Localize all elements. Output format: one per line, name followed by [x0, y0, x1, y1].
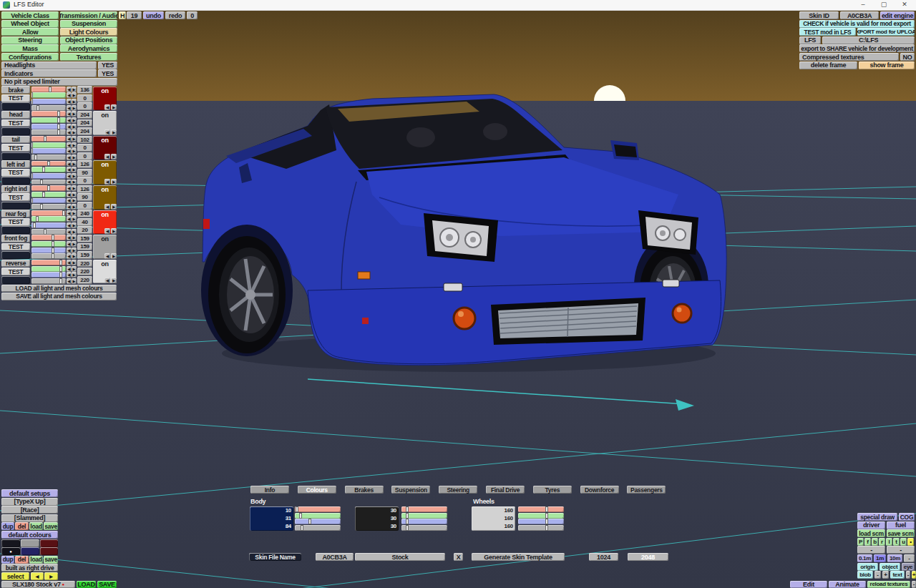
light-front-fog-value-g[interactable]: 159: [77, 243, 92, 251]
light-tail-swatch-dec[interactable]: ◀: [104, 154, 110, 160]
menu-object-positions[interactable]: Object Positions: [60, 36, 117, 44]
light-tail-dec-3[interactable]: ◀: [67, 155, 72, 160]
light-left-ind-dec-0[interactable]: ◀: [67, 161, 72, 167]
light-head-value-b[interactable]: 204: [77, 127, 92, 135]
light-reverse-slider-3[interactable]: [31, 278, 66, 284]
light-left-ind-slider-3[interactable]: [31, 180, 66, 185]
menu-steering[interactable]: Steering: [1, 36, 59, 44]
light-head-slider-2[interactable]: [31, 124, 66, 129]
light-reverse-swatch-dec[interactable]: ◀: [104, 278, 110, 283]
scale-10m-button[interactable]: 10m: [887, 554, 902, 562]
light-front-fog-slider-2[interactable]: [31, 248, 66, 253]
light-front-fog-slider-3-handle[interactable]: [52, 253, 54, 259]
load-button[interactable]: LOAD: [77, 581, 96, 588]
light-brake-slider-0-handle[interactable]: [49, 87, 52, 92]
toolbar-count[interactable]: 19: [127, 11, 142, 19]
lfs-path[interactable]: C:\LFS: [822, 36, 915, 44]
light-left-ind-dec-2[interactable]: ◀: [67, 173, 72, 179]
light-right-ind-on-state[interactable]: on: [93, 186, 117, 193]
status-minus-button[interactable]: -: [912, 581, 916, 588]
default-colour-swatch-0-1[interactable]: [21, 539, 39, 547]
light-tail-value-b[interactable]: 0: [77, 152, 92, 160]
setup-preset-race[interactable]: [Race]: [1, 506, 58, 514]
light-left-ind-value-g[interactable]: 90: [77, 169, 92, 177]
skin-id-button[interactable]: A0CB3A: [316, 553, 354, 561]
light-head-swatch-dec[interactable]: ◀: [104, 129, 110, 135]
colour-group-1-slider-1-handle[interactable]: [406, 513, 409, 519]
light-brake-dec-2[interactable]: ◀: [67, 99, 72, 104]
light-brake-value-r[interactable]: 136: [77, 86, 92, 94]
light-brake-inc-2[interactable]: ▶: [72, 99, 77, 104]
scale-01m-button[interactable]: 0.1m: [857, 554, 872, 562]
colour-group-0-slider-1-handle[interactable]: [299, 513, 302, 519]
setup-dup-button[interactable]: dup: [1, 522, 14, 530]
light-reverse-inc-3[interactable]: ▶: [72, 278, 77, 284]
light-head-dec-3[interactable]: ◀: [67, 129, 72, 135]
light-reverse-value-g[interactable]: 220: [77, 268, 92, 275]
menu-vehicle-class[interactable]: Vehicle Class: [1, 11, 59, 19]
light-reverse-test-button[interactable]: TEST: [1, 268, 30, 275]
dash-button-2[interactable]: -: [887, 546, 915, 554]
headlights-label[interactable]: Headlights: [1, 62, 97, 69]
select-button[interactable]: select: [1, 572, 29, 580]
draw-toggle-dot[interactable]: •: [907, 538, 914, 546]
colour-group-2-slider-1-handle[interactable]: [545, 513, 548, 519]
colour-group-2-slider-2[interactable]: [518, 519, 564, 524]
light-front-fog-value-r[interactable]: 159: [77, 235, 92, 242]
light-right-ind-slider-0[interactable]: [31, 185, 66, 191]
dash-button-1[interactable]: -: [857, 546, 885, 554]
pit-speed-limiter-label[interactable]: No pit speed limiter: [1, 78, 117, 86]
light-front-fog-dec-1[interactable]: ◀: [67, 241, 72, 247]
menu-configurations[interactable]: Configurations: [1, 53, 59, 61]
light-left-ind-swatch-inc[interactable]: ▶: [111, 179, 117, 185]
colour-group-1-slider-2-handle[interactable]: [406, 519, 409, 524]
share-export-button[interactable]: export to SHARE vehicle for development: [799, 44, 915, 52]
light-tail-inc-0[interactable]: ▶: [72, 136, 77, 142]
light-tail-slider-3-handle[interactable]: [34, 155, 37, 160]
light-tail-dec-1[interactable]: ◀: [67, 142, 72, 148]
colour-group-1-slider-0[interactable]: [401, 506, 447, 512]
toolbar-h[interactable]: H: [119, 11, 126, 19]
light-tail-swatch-inc[interactable]: ▶: [111, 154, 117, 160]
light-left-ind-mesh-swatch[interactable]: [1, 177, 30, 185]
default-colour-swatch-1-0[interactable]: ●: [1, 547, 20, 555]
light-tail-slider-0-handle[interactable]: [44, 136, 47, 142]
light-right-ind-slider-1[interactable]: [31, 192, 66, 197]
light-brake-slider-0[interactable]: [31, 87, 66, 92]
light-rear-fog-inc-0[interactable]: ▶: [72, 210, 77, 216]
light-right-ind-swatch-inc[interactable]: ▶: [111, 204, 117, 210]
light-tail-value-g[interactable]: 0: [77, 144, 92, 152]
skin-id-label[interactable]: Skin ID: [799, 11, 839, 19]
colour-group-1-slider-3[interactable]: [401, 525, 447, 531]
light-left-ind-dec-1[interactable]: ◀: [67, 167, 72, 172]
light-tail-on-state[interactable]: on: [93, 137, 117, 144]
light-head-dec-1[interactable]: ◀: [67, 117, 72, 123]
menu-textures[interactable]: Textures: [60, 53, 117, 61]
setup-save-button[interactable]: save: [44, 522, 58, 530]
delete-frame-button[interactable]: delete frame: [799, 62, 857, 69]
colour-group-0-value-1[interactable]: 31: [250, 514, 291, 522]
light-right-ind-mesh-swatch[interactable]: [1, 202, 30, 210]
light-brake-inc-0[interactable]: ▶: [72, 87, 77, 92]
tab-final-drive[interactable]: Final Drive: [486, 486, 525, 494]
light-brake-inc-1[interactable]: ▶: [72, 92, 77, 98]
skin-name-button[interactable]: Stock: [355, 553, 445, 561]
light-tail-inc-3[interactable]: ▶: [72, 155, 77, 160]
colour-del-button[interactable]: del: [15, 556, 29, 564]
colour-group-1-value-2[interactable]: 30: [355, 522, 396, 530]
blob-plus-button[interactable]: +: [882, 571, 889, 579]
colour-group-0-value-2[interactable]: 84: [250, 522, 291, 530]
colour-group-0-slider-0-handle[interactable]: [296, 506, 298, 512]
light-head-value-r[interactable]: 204: [77, 111, 92, 119]
undo-button[interactable]: undo: [143, 11, 164, 19]
light-front-fog-label[interactable]: front fog: [1, 235, 30, 242]
tab-downforce[interactable]: Downforce: [580, 486, 619, 494]
light-reverse-dec-2[interactable]: ◀: [67, 272, 72, 278]
default-colour-swatch-0-0[interactable]: [1, 539, 20, 547]
close-button[interactable]: ✕: [895, 0, 915, 9]
default-colour-swatch-1-2[interactable]: [40, 547, 58, 555]
skin-id-value[interactable]: A0CB3A: [840, 11, 879, 19]
text-minus-button[interactable]: -: [906, 571, 910, 579]
light-brake-swatch-inc[interactable]: ▶: [111, 104, 117, 110]
light-reverse-slider-2-handle[interactable]: [59, 272, 62, 278]
